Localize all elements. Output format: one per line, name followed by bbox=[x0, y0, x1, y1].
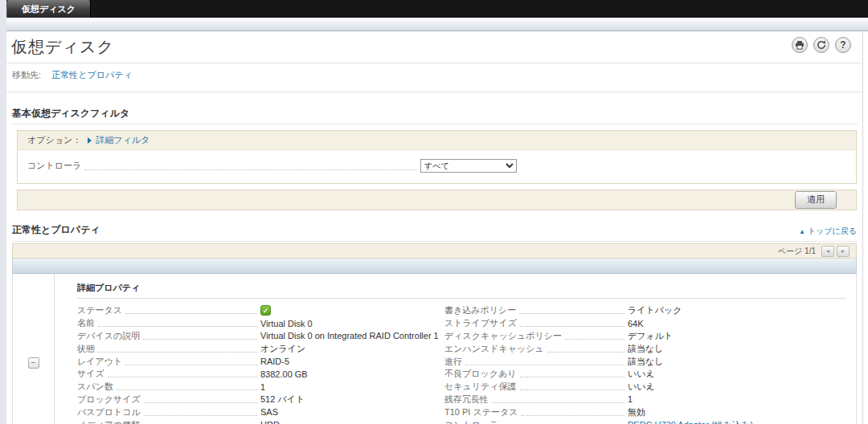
property-value: ライトバック bbox=[628, 304, 682, 316]
property-label: ブロックサイズ bbox=[77, 393, 141, 406]
dotted-leader bbox=[492, 402, 624, 403]
health-section-header: 正常性とプロパティ ▲ トップに戻る bbox=[12, 223, 857, 242]
property-row: デバイスの説明 Virtual Disk 0 on Integrated RAI… bbox=[77, 330, 444, 343]
page-indicator: ページ 1/1 bbox=[778, 246, 816, 257]
filter-section-title: 基本仮想ディスクフィルタ bbox=[12, 108, 129, 119]
property-label: バスプロトコル bbox=[77, 406, 141, 418]
property-value: 8382.00 GB bbox=[260, 369, 308, 379]
property-row: レイアウト RAID-5 bbox=[77, 355, 444, 368]
property-label: コントローラ bbox=[444, 419, 498, 424]
print-button[interactable] bbox=[792, 37, 808, 53]
left-gutter bbox=[0, 0, 6, 424]
help-button[interactable]: ? bbox=[835, 37, 851, 53]
property-value: 64K bbox=[628, 319, 644, 328]
property-label: レイアウト bbox=[77, 356, 122, 368]
controller-filter-row: コントローラ すべて bbox=[18, 150, 856, 183]
refresh-icon bbox=[817, 40, 826, 50]
jump-link-health-properties[interactable]: 正常性とプロパティ bbox=[51, 70, 133, 80]
jump-to-row: 移動先: 正常性とプロパティ bbox=[6, 63, 862, 87]
filter-section-header: 基本仮想ディスクフィルタ bbox=[12, 105, 858, 124]
property-value: オンライン bbox=[260, 343, 305, 355]
apply-button[interactable]: 適用 bbox=[795, 191, 837, 209]
property-label: ディスクキャッシュポリシー bbox=[444, 330, 562, 342]
content-area: 仮想ディスク ? 移動先: 正常性とプロパティ bbox=[6, 32, 863, 424]
property-label: エンハンスドキャッシュ bbox=[444, 343, 544, 355]
collapse-row-button[interactable]: − bbox=[28, 357, 39, 369]
detail-properties-panel: 詳細プロパティ ステータス ✓ bbox=[55, 274, 856, 424]
dotted-leader bbox=[520, 377, 624, 377]
question-icon: ? bbox=[840, 39, 845, 51]
property-row: コントローラ PERC H730 Adapter (組み込み) bbox=[444, 418, 846, 424]
property-row: 名前 Virtual Disk 0 bbox=[77, 317, 444, 330]
property-label: 進行 bbox=[444, 356, 462, 368]
top-tab-bar: 仮想ディスク bbox=[6, 0, 868, 18]
dotted-leader bbox=[520, 389, 624, 390]
dotted-leader bbox=[108, 377, 257, 377]
divider bbox=[6, 92, 862, 92]
property-row: バスプロトコル SAS bbox=[77, 406, 444, 418]
property-value: ✓ bbox=[260, 305, 271, 316]
refresh-button[interactable] bbox=[813, 37, 829, 53]
property-label: サイズ bbox=[77, 368, 104, 380]
options-label: オプション： bbox=[27, 134, 81, 146]
property-value: 1 bbox=[628, 394, 633, 404]
dotted-leader bbox=[522, 415, 625, 416]
sub-tab-bar bbox=[6, 18, 868, 31]
dotted-leader bbox=[547, 352, 624, 353]
prev-page-button[interactable]: ◄ bbox=[821, 246, 834, 257]
dotted-leader bbox=[125, 313, 257, 314]
expander-cell: − bbox=[13, 274, 55, 424]
detail-columns: ステータス ✓ 名前 Virtual Disk 0 bbox=[77, 304, 846, 424]
property-value: HDD bbox=[260, 420, 280, 424]
property-label: セキュリティ保護 bbox=[444, 381, 517, 393]
controller-filter-label: コントローラ bbox=[27, 160, 81, 172]
advanced-filter-link[interactable]: 詳細フィルタ bbox=[88, 134, 149, 146]
back-to-top-link[interactable]: ▲ トップに戻る bbox=[799, 226, 857, 237]
detail-left-column: ステータス ✓ 名前 Virtual Disk 0 bbox=[77, 304, 444, 424]
controller-select[interactable]: すべて bbox=[420, 159, 517, 173]
dotted-leader bbox=[125, 365, 257, 365]
virtual-disk-table: ページ 1/1 ◄ ► − 詳細プロパティ bbox=[12, 243, 857, 424]
property-row: ストライプサイズ 64K bbox=[444, 317, 846, 330]
property-value: 1 bbox=[260, 382, 265, 392]
property-row: ステータス ✓ bbox=[77, 304, 444, 317]
jump-to-label: 移動先: bbox=[12, 70, 41, 80]
property-value: いいえ bbox=[628, 381, 655, 393]
dotted-leader bbox=[519, 313, 624, 314]
property-row: ブロックサイズ 512 バイト bbox=[77, 393, 444, 406]
detail-right-column: 書き込みポリシー ライトバック ストライプサイズ 64K bbox=[444, 304, 846, 424]
filter-box: オプション： 詳細フィルタ コントローラ すべて bbox=[17, 130, 857, 184]
health-section-title: 正常性とプロパティ bbox=[12, 223, 100, 237]
property-row: ディスクキャッシュポリシー デフォルト bbox=[444, 330, 846, 343]
property-label: 残存冗長性 bbox=[444, 393, 489, 406]
virtual-disk-page: 仮想ディスク 仮想ディスク ? bbox=[0, 0, 868, 424]
triangle-right-icon bbox=[88, 137, 92, 144]
controller-link[interactable]: PERC H730 Adapter (組み込み) bbox=[628, 419, 753, 424]
property-value: Virtual Disk 0 on Integrated RAID Contro… bbox=[260, 331, 439, 340]
property-row: 不良ブロックあり いいえ bbox=[444, 368, 846, 381]
property-value: RAID-5 bbox=[260, 357, 289, 366]
tab-virtual-disk[interactable]: 仮想ディスク bbox=[6, 0, 91, 18]
property-label: 書き込みポリシー bbox=[444, 304, 516, 316]
property-row: 書き込みポリシー ライトバック bbox=[444, 304, 846, 317]
dotted-leader bbox=[520, 326, 624, 327]
back-to-top-label: トップに戻る bbox=[808, 226, 857, 237]
property-label: メディアの種類 bbox=[77, 419, 140, 424]
up-arrow-icon: ▲ bbox=[799, 228, 805, 235]
dotted-leader bbox=[144, 415, 257, 416]
dotted-leader bbox=[565, 339, 624, 340]
property-row: 進行 該当なし bbox=[444, 355, 846, 368]
property-row: メディアの種類 HDD bbox=[77, 418, 444, 424]
next-page-button[interactable]: ► bbox=[837, 246, 850, 257]
property-label: スパン数 bbox=[77, 381, 113, 393]
pagination-bar-top: ページ 1/1 ◄ ► bbox=[12, 243, 857, 259]
table-header bbox=[12, 259, 857, 274]
property-value: 該当なし bbox=[628, 356, 664, 368]
property-value: 該当なし bbox=[628, 343, 664, 355]
property-row: 残存冗長性 1 bbox=[444, 393, 846, 406]
dotted-leader bbox=[144, 402, 257, 403]
property-row: スパン数 1 bbox=[77, 381, 444, 393]
property-value: 無効 bbox=[628, 406, 645, 418]
header-toolbar: ? bbox=[792, 37, 851, 53]
dotted-leader bbox=[117, 389, 257, 390]
